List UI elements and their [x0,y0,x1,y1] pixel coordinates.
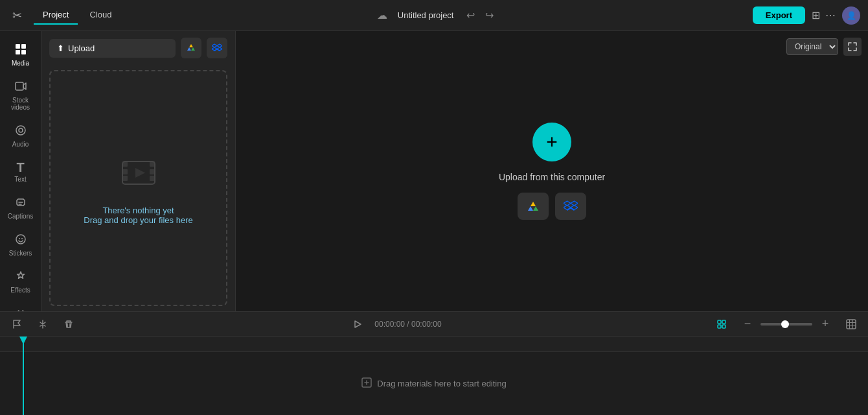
topbar: ✂ Project Cloud ☁ Untitled project ↩ ↪ E… [0,0,868,31]
sidebar-item-text[interactable]: T Text [0,154,41,189]
cloud-save-icon[interactable]: ☁ [377,9,387,21]
svg-point-5 [16,126,25,135]
topbar-icons: ⊞ ⋯ [812,9,836,21]
sidebar-item-media[interactable]: Media [0,36,41,73]
media-panel: ⬆ Upload [41,31,236,311]
zoom-in-button[interactable]: + [816,315,834,333]
fit-button[interactable] [713,315,731,333]
sidebar-item-stock-videos-label: Stock videos [3,97,38,111]
sidebar-item-effects[interactable]: Effects [0,263,41,300]
delete-button[interactable] [60,315,78,333]
drop-zone-subtitle: Drag and drop your files here [84,215,192,225]
layout-icon[interactable]: ⊞ [812,9,820,21]
svg-rect-15 [122,176,128,181]
sidebar-item-effects-label: Effects [10,287,30,294]
zoom-controls: − + [738,315,834,333]
stock-videos-icon [14,80,27,95]
drop-zone-title: There's nothing yet [84,206,192,215]
text-icon: T [16,161,24,174]
undo-button[interactable]: ↩ [464,8,477,23]
upload-icon: ⬆ [57,43,64,53]
upload-button[interactable]: ⬆ Upload [49,39,176,58]
preview-canvas: Original + Upload from this computer [236,31,868,311]
sidebar-item-audio[interactable]: Audio [0,117,41,154]
timeline-ruler: 00:00 10:00 20:00 30:00 40:00 50:00 [0,337,868,352]
topbar-center: ☁ Untitled project ↩ ↪ [120,8,752,23]
play-button[interactable] [348,315,367,333]
media-icon [14,43,27,58]
avatar-initials: 👤 [847,11,856,20]
plus-icon: + [546,131,558,153]
film-icon [119,152,158,198]
svg-point-6 [19,128,23,132]
dropbox-preview-button[interactable] [555,193,586,220]
svg-rect-1 [21,44,26,49]
svg-rect-4 [16,82,23,90]
google-drive-preview-button[interactable] [518,193,549,220]
dropbox-panel-button[interactable] [207,38,227,58]
timeline: 00:00:00 / 00:00:00 − + 00:00 10:00 20:0… [0,311,868,415]
svg-point-7 [16,235,25,244]
more-icon[interactable]: ⋯ [825,9,836,21]
zoom-slider[interactable] [760,323,812,326]
main-area: Media Stock videos Audio T Text Captions [0,31,868,311]
project-title[interactable]: Untitled project [398,10,454,20]
svg-rect-23 [847,320,856,329]
sidebar: Media Stock videos Audio T Text Captions [0,31,41,311]
transitions-icon [14,307,27,311]
grid-button[interactable] [842,315,860,333]
drop-zone[interactable]: There's nothing yet Drag and drop your f… [49,70,227,306]
sidebar-item-stickers[interactable]: Stickers [0,226,41,263]
flag-button[interactable] [8,315,26,333]
svg-rect-3 [21,50,26,54]
timeline-body: 00:00 10:00 20:00 30:00 40:00 50:00 Drag… [0,337,868,415]
svg-point-9 [21,238,23,239]
tab-cloud[interactable]: Cloud [80,6,120,25]
svg-rect-14 [122,169,128,174]
drag-materials-text: Drag materials here to start editing [377,379,506,388]
sidebar-item-audio-label: Audio [12,141,29,148]
undo-redo-group: ↩ ↪ [464,8,496,23]
timeline-toolbar: 00:00:00 / 00:00:00 − + [0,312,868,337]
svg-rect-17 [150,169,155,174]
sidebar-item-captions[interactable]: Captions [0,189,41,226]
sidebar-item-media-label: Media [12,60,29,67]
zoom-thumb[interactable] [781,320,789,328]
aspect-ratio-select[interactable]: Original [786,38,838,55]
upload-from-computer-label: Upload from this computer [499,172,605,182]
fullscreen-button[interactable] [843,38,862,56]
preview-topright: Original [786,38,862,56]
app-logo: ✂ [8,6,26,25]
sidebar-item-captions-label: Captions [8,213,33,220]
captions-icon [14,196,27,211]
google-drive-panel-button[interactable] [181,38,201,58]
svg-rect-16 [150,161,155,167]
stickers-icon [14,233,27,248]
sidebar-item-stickers-label: Stickers [9,250,32,257]
upload-from-computer-button[interactable]: + [532,123,571,161]
redo-button[interactable]: ↪ [483,8,496,23]
topbar-tabs: Project Cloud [34,6,120,25]
svg-point-8 [19,238,20,239]
svg-rect-20 [722,320,725,324]
export-button[interactable]: Export [753,6,805,24]
sidebar-item-transitions[interactable]: Transitions [0,300,41,311]
timeline-tracks: Drag materials here to start editing [0,352,868,415]
svg-rect-21 [718,325,721,328]
svg-rect-19 [718,320,721,324]
sidebar-item-stock-videos[interactable]: Stock videos [0,73,41,117]
audio-icon [14,124,27,139]
zoom-out-button[interactable]: − [738,315,757,333]
preview-area: Original + Upload from this computer [236,31,868,311]
playhead[interactable] [23,337,24,415]
svg-rect-2 [16,50,20,54]
tab-project[interactable]: Project [34,6,78,25]
panel-toolbar: ⬆ Upload [41,31,235,65]
time-display: 00:00:00 / 00:00:00 [374,320,441,329]
cut-button[interactable] [34,315,52,333]
avatar[interactable]: 👤 [842,6,860,25]
svg-rect-13 [122,161,128,167]
sidebar-item-text-label: Text [14,176,26,183]
svg-rect-0 [16,44,20,49]
svg-rect-22 [722,325,725,328]
